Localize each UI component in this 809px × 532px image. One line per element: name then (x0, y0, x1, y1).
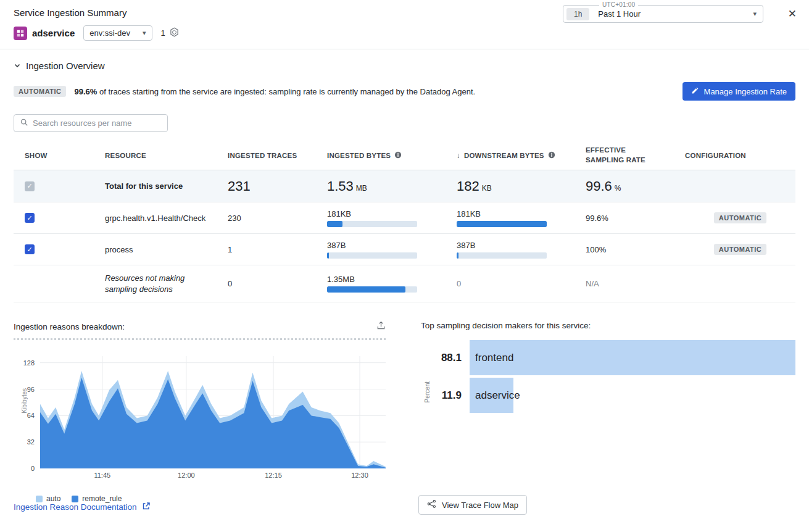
top-decision-makers-title: Top sampling decision makers for this se… (421, 321, 795, 330)
ingestion-reason-documentation-link[interactable]: Ingestion Reason Documentation (14, 502, 151, 512)
decision-makers-chart: 88.1 frontend 11.9 adservice (429, 340, 795, 413)
ingested-bytes-cell: 181KB (327, 209, 457, 227)
ingested-bytes-cell: 1.35MB (327, 275, 457, 293)
resource-name: process (105, 245, 228, 254)
info-icon[interactable] (394, 151, 402, 160)
chevron-down-icon (14, 60, 21, 71)
flow-map-icon (427, 499, 436, 510)
downstream-bytes-bar (457, 252, 547, 259)
ingested-bytes-bar (327, 252, 417, 259)
total-ingested-bytes: 1.53MB (327, 178, 457, 194)
table-row: Resources not making sampling decisions … (14, 265, 795, 302)
hexagon-icon (170, 27, 179, 39)
divider (14, 338, 386, 340)
section-title: Ingestion Overview (26, 60, 105, 71)
search-resources-input[interactable] (33, 118, 162, 128)
service-identity: adservice (14, 27, 75, 40)
timezone-label: UTC+01:00 (599, 1, 638, 8)
sort-desc-icon: ↓ (457, 152, 460, 159)
total-effective-sampling-rate: 99.6% (586, 178, 685, 194)
effective-sampling-rate-value: N/A (586, 279, 685, 288)
ingested-traces-value: 0 (228, 279, 327, 288)
service-name: adservice (32, 28, 75, 38)
search-resources-box (14, 114, 168, 132)
pencil-icon (691, 86, 699, 96)
close-icon[interactable]: ✕ (788, 7, 797, 20)
resource-name: grpc.health.v1.Health/Check (105, 214, 228, 223)
configuration-badge: AUTOMATIC (714, 212, 766, 223)
hbar-frontend[interactable] (470, 340, 795, 375)
ingested-traces-value: 230 (228, 214, 327, 223)
row-checkbox[interactable]: ✓ (25, 244, 35, 254)
hbar-row-adservice: 11.9 adservice (429, 378, 795, 413)
column-header-effective-sampling-rate: EFFECTIVE SAMPLING RATE (586, 146, 685, 165)
external-link-icon (142, 502, 151, 512)
ingestion-summary-text: 99.6% of traces starting from the servic… (74, 87, 475, 96)
panel-header: Service Ingestion Summary adservice env:… (0, 0, 809, 49)
y-tick: 0 (14, 465, 35, 472)
ingested-bytes-bar (327, 286, 417, 293)
downstream-bytes-cell: 181KB (457, 209, 586, 227)
ingestion-reasons-title: Ingestion reasons breakdown: (14, 322, 125, 331)
chevron-down-icon: ▾ (143, 30, 146, 36)
table-row: ✓ process 1 387B 387B 100% AUTOMATIC (14, 234, 795, 265)
y-tick: 32 (14, 438, 35, 446)
table-row: ✓ grpc.health.v1.Health/Check 230 181KB … (14, 202, 795, 234)
ingestion-reasons-chart: Kibibytes 032649612811:4512:0012:1512:30 (14, 356, 386, 486)
env-filter-select[interactable]: env:ssi-dev ▾ (83, 25, 152, 41)
service-ingestion-summary-panel: Service Ingestion Summary adservice env:… (0, 0, 809, 532)
column-header-resource: RESOURCE (105, 152, 228, 159)
hbar-row-frontend: 88.1 frontend (429, 340, 795, 375)
env-filter-value: env:ssi-dev (89, 28, 130, 38)
service-row: adservice env:ssi-dev ▾ 1 (14, 25, 795, 41)
area-chart-plot (40, 356, 386, 468)
charts-section: Ingestion reasons breakdown: Kibibytes 0… (0, 302, 809, 522)
time-range-picker[interactable]: UTC+01:00 1h Past 1 Hour ▾ (563, 5, 763, 23)
downstream-bytes-cell: 0 (457, 279, 586, 288)
y-tick: 96 (14, 386, 35, 393)
ingested-bytes-bar (327, 221, 417, 227)
manage-ingestion-rate-button[interactable]: Manage Ingestion Rate (682, 82, 795, 101)
column-header-show: SHOW (25, 152, 105, 159)
time-range-chip: 1h (566, 8, 589, 20)
ingested-traces-value: 1 (228, 245, 327, 254)
configuration-badge: AUTOMATIC (714, 244, 766, 255)
x-tick: 12:15 (261, 472, 286, 479)
y-tick: 64 (14, 412, 35, 419)
ingested-bytes-cell: 387B (327, 241, 457, 259)
table-row-total: ✓ Total for this service 231 1.53MB 182K… (14, 170, 795, 202)
x-tick: 12:30 (347, 472, 372, 479)
hbar-label: frontend (475, 352, 513, 364)
hbar-value: 11.9 (429, 389, 462, 402)
view-trace-flow-map-button[interactable]: View Trace Flow Map (418, 495, 527, 515)
ingestion-banner: AUTOMATIC 99.6% of traces starting from … (0, 75, 809, 112)
row-checkbox[interactable]: ✓ (25, 213, 35, 223)
resources-table: SHOW RESOURCE INGESTED TRACES INGESTED B… (14, 141, 795, 302)
y-axis-label-percent: Percent (424, 381, 431, 402)
export-icon[interactable] (376, 321, 386, 332)
section-ingestion-overview[interactable]: Ingestion Overview (0, 49, 809, 75)
column-header-downstream-bytes[interactable]: ↓ DOWNSTREAM BYTES (457, 151, 586, 160)
resource-name: Resources not making sampling decisions (105, 273, 228, 294)
column-header-configuration: CONFIGURATION (685, 152, 795, 159)
ingestion-reasons-block: Ingestion reasons breakdown: Kibibytes 0… (14, 321, 386, 522)
downstream-bytes-bar (457, 221, 547, 227)
automatic-badge: AUTOMATIC (14, 86, 66, 97)
x-tick: 11:45 (90, 472, 115, 479)
x-tick: 12:00 (174, 472, 199, 479)
total-row-checkbox[interactable]: ✓ (25, 181, 35, 191)
total-row-label: Total for this service (105, 181, 228, 191)
time-range-label: Past 1 Hour (598, 9, 641, 19)
info-icon[interactable] (548, 151, 555, 160)
adservice-icon (14, 27, 27, 40)
column-header-ingested-bytes: INGESTED BYTES (327, 151, 457, 160)
total-ingested-traces: 231 (228, 178, 327, 194)
chevron-down-icon: ▾ (753, 10, 757, 17)
hbar-label: adservice (475, 389, 520, 402)
y-tick: 128 (14, 359, 35, 367)
instance-count: 1 (161, 27, 179, 39)
total-downstream-bytes: 182KB (457, 178, 586, 194)
hbar-value: 88.1 (429, 352, 462, 364)
column-header-ingested-traces: INGESTED TRACES (228, 152, 327, 159)
downstream-bytes-cell: 387B (457, 241, 586, 259)
